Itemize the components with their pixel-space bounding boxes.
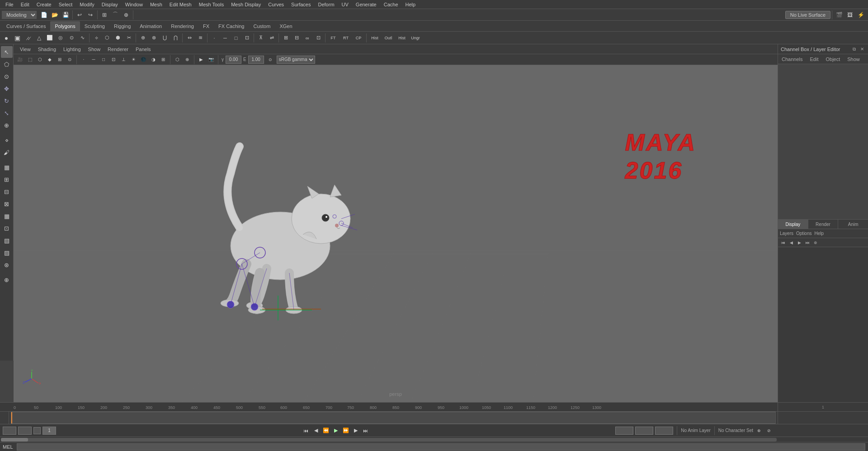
tab-sculpting[interactable]: Sculpting (80, 21, 109, 31)
ungr-icon[interactable]: Ungr (409, 33, 422, 43)
smooth-proxy-icon[interactable]: ≋ (195, 33, 206, 43)
tab-xgen[interactable]: XGen (275, 21, 297, 31)
menu-window[interactable]: Window (122, 0, 146, 9)
vp-edge-btn[interactable]: ─ (89, 55, 98, 64)
color-profile-select[interactable]: sRGB gamma (277, 56, 315, 64)
vp-playblast-btn[interactable]: ▶ (197, 55, 206, 64)
vp-shadow-btn[interactable]: 🌑 (139, 55, 148, 64)
soft-sel-icon[interactable]: ⊼ (255, 33, 266, 43)
rotate-btn[interactable]: ↻ (1, 95, 13, 107)
current-frame-input[interactable]: 1 (18, 427, 32, 435)
menu-cache[interactable]: Cache (380, 0, 402, 9)
redo-icon[interactable]: ↪ (85, 9, 96, 20)
move-btn[interactable]: ✥ (1, 83, 13, 94)
undo-icon[interactable]: ↩ (74, 9, 85, 20)
layer-extra-btn[interactable]: ⊕ (812, 240, 819, 246)
vp-snap-view-btn[interactable]: 📷 (207, 55, 216, 64)
sym-btn[interactable]: ⊛ (1, 259, 13, 271)
menu-uv[interactable]: UV (338, 0, 352, 9)
tab-curves-surfaces[interactable]: Curves / Surfaces (2, 21, 50, 31)
bridge-icon[interactable]: ⬢ (113, 33, 123, 43)
loop-sel-icon[interactable]: ∞ (302, 33, 313, 43)
show-manip-btn[interactable]: ▦ (1, 161, 13, 173)
snap-btn[interactable]: ⊞ (1, 174, 13, 185)
soft-mod-btn[interactable]: ⋄ (1, 134, 13, 146)
timeline-scrollbar[interactable] (0, 437, 868, 442)
skip-to-end-btn[interactable]: ⏭ (362, 427, 370, 435)
vp-menu-renderer[interactable]: Renderer (104, 47, 132, 52)
opt-options[interactable]: Options (796, 231, 811, 236)
universal-manip-btn[interactable]: ⊕ (1, 119, 13, 131)
grow-sel-icon[interactable]: ⊞ (280, 33, 291, 43)
pipe-icon[interactable]: ⊙ (66, 33, 77, 43)
exposure-input[interactable]: 1.00 (248, 56, 264, 64)
ft-cam-icon[interactable]: FT (327, 33, 340, 43)
tab-edit[interactable]: Edit (808, 56, 820, 63)
sculpt-btn[interactable]: 🖌 (1, 146, 13, 158)
cone-icon[interactable]: △ (33, 33, 44, 43)
menu-mesh-tools[interactable]: Mesh Tools (195, 0, 227, 9)
render-btn[interactable]: ⊡ (1, 222, 13, 234)
cylinder-icon[interactable]: ⌭ (23, 33, 33, 43)
menu-file[interactable]: File (2, 0, 17, 9)
layer-add-btn[interactable]: ⏮ (780, 240, 786, 246)
vp-menu-panels[interactable]: Panels (132, 47, 155, 52)
separate-icon[interactable]: ⊗ (148, 33, 159, 43)
rt-cam-icon[interactable]: RT (340, 33, 352, 43)
tab-animation[interactable]: Animation (135, 21, 166, 31)
tab-rigging[interactable]: Rigging (109, 21, 135, 31)
vp-grid-display-btn[interactable]: ⊞ (159, 55, 168, 64)
ring-sel-icon[interactable]: ⊡ (313, 33, 324, 43)
snap-point-icon[interactable]: ⊕ (121, 9, 132, 20)
sphere-icon[interactable]: ● (1, 33, 12, 43)
vp-camera-btn[interactable]: 🎥 (15, 55, 24, 64)
sel-uv-icon[interactable]: ⊡ (241, 33, 252, 43)
quick-render-icon[interactable]: ⚡ (855, 9, 866, 20)
layer-next-btn[interactable]: ▶ (796, 240, 802, 246)
vp-hud-btn[interactable]: ⬡ (173, 55, 182, 64)
smooth-icon[interactable]: ⟡ (91, 33, 102, 43)
lasso-btn[interactable]: ⊙ (1, 70, 13, 82)
vp-vert-btn[interactable]: · (79, 55, 88, 64)
plane-icon[interactable]: ⬜ (44, 33, 55, 43)
render-settings-icon[interactable]: 🎬 (834, 9, 844, 20)
sym-sel-icon[interactable]: ⇌ (266, 33, 277, 43)
end-frame-input2[interactable]: 1320 (635, 427, 653, 435)
menu-create[interactable]: Create (33, 0, 55, 9)
extrude-icon[interactable]: ⬡ (102, 33, 113, 43)
play-btn[interactable]: ▶ (332, 427, 340, 435)
combine-icon[interactable]: ⊕ (137, 33, 148, 43)
vp-menu-view[interactable]: View (16, 47, 34, 52)
live-surface-button[interactable]: No Live Surface (785, 11, 830, 19)
snap-grid-icon[interactable]: ⊞ (99, 9, 110, 20)
start-frame-input[interactable]: 1 (3, 427, 16, 435)
skip-to-start-btn[interactable]: ⏮ (302, 427, 310, 435)
opt-layers[interactable]: Layers (780, 231, 793, 236)
prev-frame-btn[interactable]: ◀ (312, 427, 320, 435)
vp-filmgate-btn[interactable]: ⬚ (25, 55, 34, 64)
menu-deform[interactable]: Deform (314, 0, 338, 9)
vp-ao-btn[interactable]: ◑ (149, 55, 158, 64)
select-tool-btn[interactable]: ↖ (1, 46, 13, 58)
workspace-dropdown[interactable]: Modeling (2, 11, 37, 19)
vp-xray-btn[interactable]: ⊞ (55, 55, 64, 64)
vp-light-btn[interactable]: ☀ (129, 55, 138, 64)
color-profile-icon[interactable]: ⊙ (265, 54, 276, 65)
opt-help[interactable]: Help (814, 231, 824, 236)
layer-btn[interactable]: ▦ (1, 210, 13, 222)
vp-uv-btn[interactable]: ⊡ (109, 55, 118, 64)
end-frame-input3[interactable]: 1320 (655, 427, 673, 435)
tab-channels[interactable]: Channels (780, 56, 804, 63)
sel-vert-icon[interactable]: · (209, 33, 220, 43)
anim-layer-btn2[interactable]: ⊘ (765, 427, 773, 435)
torus-icon[interactable]: ◎ (55, 33, 66, 43)
tab-rendering[interactable]: Rendering (166, 21, 198, 31)
frame-display[interactable] (42, 427, 56, 435)
multi-cut-icon[interactable]: ✂ (123, 33, 134, 43)
cp-cam-icon[interactable]: CP (352, 33, 365, 43)
side-extra-btn[interactable]: ⊕ (1, 274, 13, 286)
display-btn[interactable]: ▨ (1, 247, 13, 258)
cube-icon[interactable]: ▣ (12, 33, 23, 43)
new-file-icon[interactable]: 📄 (38, 9, 49, 20)
next-key-btn[interactable]: ⏩ (342, 427, 350, 435)
